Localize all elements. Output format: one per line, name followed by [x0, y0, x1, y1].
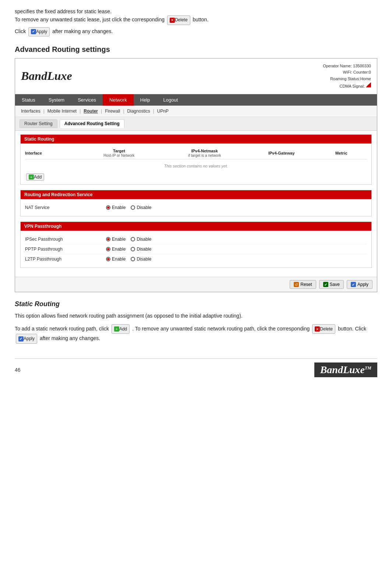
pptp-disable-radio[interactable] [131, 247, 135, 251]
static-routing-header: Static Routing [21, 135, 371, 144]
routing-redirection-body: NAT Service Enable Disable [21, 199, 371, 216]
page-number: 46 [15, 367, 21, 373]
pptp-row: PPTP Passthrough Enable Disable [25, 244, 367, 254]
pptp-options: Enable Disable [106, 247, 151, 252]
delete-inline-btn[interactable]: ✕ Delete [167, 15, 190, 25]
ipsec-disable-radio[interactable] [131, 237, 135, 241]
subnav-firewall[interactable]: Firewall [103, 108, 121, 114]
ipsec-enable-option[interactable]: Enable [106, 237, 126, 242]
pptp-disable-option[interactable]: Disable [131, 247, 151, 252]
bandluxe-logo: BandLuxe [21, 69, 72, 83]
delete-icon: ✕ [170, 18, 175, 23]
table-header-row: Interface Target Host-IP or Network IPv4… [25, 147, 367, 159]
col-interface-header: Interface [25, 151, 76, 155]
ipsec-enable-radio[interactable] [106, 237, 110, 241]
nav-bar: Status System Services Network Help Logo… [15, 94, 377, 106]
cdma-status: CDMA Signal: [323, 82, 371, 90]
router-header: BandLuxe Operator Name: 13500330 WiFi: C… [15, 59, 377, 94]
vpn-passthrough-body: IPSec Passthrough Enable Disable [21, 231, 371, 268]
add-icon: + [29, 174, 34, 180]
add-btn-row: + Add [25, 173, 367, 181]
footer-logo: BandLuxeTM [314, 362, 377, 377]
delete-inline-icon2: ✕ [315, 326, 320, 332]
static-routing-para2: To add a static network routing path, cl… [15, 324, 377, 344]
l2tp-label: L2TP Passthrough [25, 257, 106, 262]
vpn-passthrough-header: VPN Passthrough [21, 222, 371, 231]
l2tp-enable-radio[interactable] [106, 257, 110, 261]
nat-disable-radio[interactable] [131, 205, 135, 210]
signal-icon [366, 82, 371, 88]
subnav-router[interactable]: Router [82, 108, 99, 114]
apply-inline-icon2: ✔ [18, 336, 24, 342]
pptp-enable-option[interactable]: Enable [106, 247, 126, 252]
section-heading: Advanced Routing settings [15, 45, 377, 54]
vpn-passthrough-block: VPN Passthrough IPSec Passthrough Enable… [20, 222, 372, 268]
save-button[interactable]: ✔ Save [319, 280, 344, 289]
roaming-status: Roaming Status:Home [323, 76, 371, 82]
routing-redirection-block: Routing and Redirection Service NAT Serv… [20, 190, 372, 216]
apply-inline-btn[interactable]: ✔ Apply [28, 27, 50, 36]
nav-services[interactable]: Services [71, 94, 103, 106]
static-routing-para1: This option allows fixed network routing… [15, 312, 377, 321]
static-routing-heading: Static Routing [15, 300, 377, 308]
subnav-interfaces[interactable]: Interfaces [20, 108, 42, 114]
ipsec-disable-option[interactable]: Disable [131, 237, 151, 242]
delete-inline-btn2[interactable]: ✕ Delete [312, 324, 335, 334]
router-frame: BandLuxe Operator Name: 13500330 WiFi: C… [15, 58, 377, 292]
col-netmask-header: IPv4-Netmask if target is a network [162, 149, 247, 158]
l2tp-row: L2TP Passthrough Enable Disable [25, 254, 367, 264]
l2tp-options: Enable Disable [106, 257, 151, 262]
subnav-mobile-internet[interactable]: Mobile Internet [46, 108, 78, 114]
page-footer: 46 BandLuxeTM [15, 358, 377, 377]
ipsec-options: Enable Disable [106, 237, 151, 242]
nav-network[interactable]: Network [103, 94, 134, 106]
apply-inline-btn2[interactable]: ✔ Apply [16, 334, 37, 343]
router-status-info: Operator Name: 13500330 WiFi: Counter:0 … [323, 63, 371, 89]
sub-nav: Interfaces | Mobile Internet | Router | … [15, 106, 377, 117]
col-gateway-header: IPv4-Gateway [247, 151, 316, 155]
operator-status: Operator Name: 13500330 [323, 63, 371, 70]
nav-help[interactable]: Help [134, 94, 157, 106]
subnav-upnp[interactable]: UPnP [156, 108, 170, 114]
tab-advanced-routing[interactable]: Advanced Routing Setting [60, 119, 124, 128]
col-metric-header: Metric [316, 151, 367, 155]
reset-button[interactable]: ↺ Reset [290, 280, 316, 289]
routing-redirection-header: Routing and Redirection Service [21, 190, 371, 199]
content-area: Static Routing Interface Target Host-IP … [15, 131, 377, 277]
apply-button[interactable]: ✔ Apply [347, 280, 372, 289]
pptp-label: PPTP Passthrough [25, 247, 106, 252]
nav-status[interactable]: Status [15, 94, 42, 106]
add-button[interactable]: + Add [26, 173, 44, 181]
l2tp-enable-option[interactable]: Enable [106, 257, 126, 262]
apply-icon: ✔ [31, 29, 36, 34]
nat-enable-radio[interactable] [106, 205, 110, 210]
ipsec-label: IPSec Passthrough [25, 237, 106, 242]
ipsec-row: IPSec Passthrough Enable Disable [25, 234, 367, 244]
intro-text-2: To remove any unwanted static lease, jus… [15, 15, 377, 25]
l2tp-disable-option[interactable]: Disable [131, 257, 151, 262]
add-inline-btn[interactable]: + Add [112, 324, 130, 334]
apply-footer-icon: ✔ [351, 282, 356, 287]
static-routing-block: Static Routing Interface Target Host-IP … [20, 134, 372, 185]
nat-disable-option[interactable]: Disable [131, 205, 151, 210]
nav-logout[interactable]: Logout [157, 94, 185, 106]
static-routing-body: Interface Target Host-IP or Network IPv4… [21, 144, 371, 184]
nav-system[interactable]: System [42, 94, 71, 106]
subnav-diagnostics[interactable]: Diagnostics [126, 108, 152, 114]
pptp-enable-radio[interactable] [106, 247, 110, 251]
reset-icon: ↺ [294, 282, 299, 287]
intro-text-click: Click ✔ Apply after making any changes. [15, 27, 377, 36]
nat-service-label: NAT Service [25, 205, 106, 210]
tab-bar: Router Setting Advanced Routing Setting [15, 117, 377, 131]
add-inline-icon: + [114, 326, 119, 332]
l2tp-disable-radio[interactable] [131, 257, 135, 261]
nat-service-row: NAT Service Enable Disable [25, 203, 367, 212]
col-target-header: Target Host-IP or Network [76, 149, 162, 158]
router-footer: ↺ Reset ✔ Save ✔ Apply [15, 277, 377, 292]
nat-enable-option[interactable]: Enable [106, 205, 126, 210]
no-values-msg: This section contains no values yet. [25, 161, 367, 171]
wifi-status: WiFi: Counter:0 [323, 69, 371, 76]
save-icon: ✔ [323, 282, 328, 287]
intro-text-1: specifies the fixed address for static l… [15, 7, 377, 15]
tab-router-setting[interactable]: Router Setting [20, 119, 57, 128]
